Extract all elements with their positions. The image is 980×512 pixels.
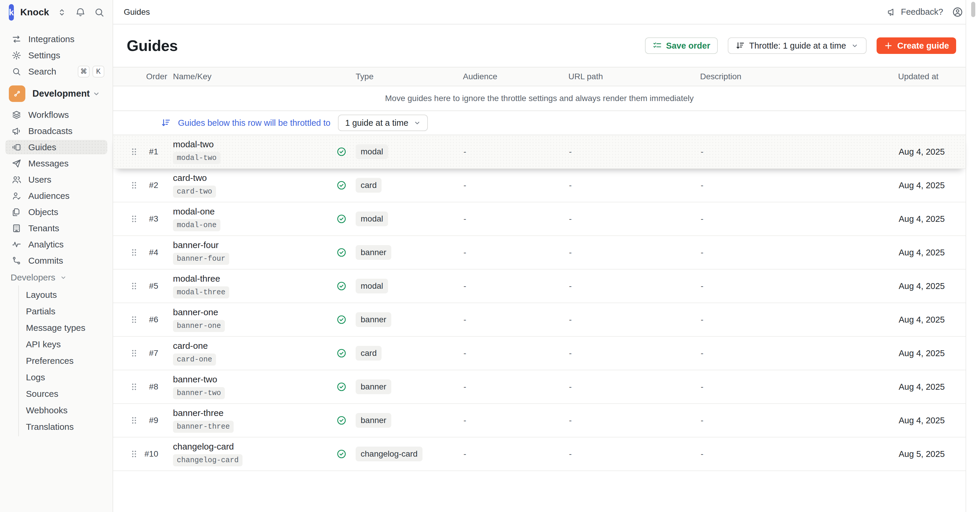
paper-plane-icon [11,157,22,169]
sidebar-item-label: Search [28,67,56,76]
ignore-throttle-dropzone[interactable]: Move guides here to ignore the throttle … [113,86,966,111]
row-status [330,415,353,426]
table-row[interactable]: #1 modal-two modal-two modal - - - Aug 4… [113,135,966,169]
sidebar-item-logs[interactable]: Logs [19,369,113,386]
table-row[interactable]: #8 banner-two banner-two banner - - - Au… [113,370,966,404]
drag-handle[interactable] [113,348,143,358]
search-icon[interactable] [94,7,105,18]
type-badge: modal [356,144,388,159]
save-order-button[interactable]: Save order [645,37,718,54]
sidebar-item-messages[interactable]: Messages [0,155,113,172]
sidebar-item-label: Guides [28,142,56,152]
status-check-icon [336,146,347,157]
sidebar-item-settings[interactable]: Settings [0,47,113,64]
throttle-dropdown-button[interactable]: Throttle: 1 guide at a time [728,37,867,54]
drag-handle[interactable] [113,382,143,392]
row-name-key: banner-three banner-three [168,408,330,433]
row-name-key: modal-three modal-three [168,273,330,299]
sidebar-item-users[interactable]: Users [0,172,113,188]
table-row[interactable]: #5 modal-three modal-three modal - - - A… [113,270,966,303]
drag-handle[interactable] [113,214,143,224]
drag-handle[interactable] [113,147,143,157]
drag-handle[interactable] [113,315,143,324]
table-row[interactable]: #7 card-one card-one card - - - Aug 4, 2… [113,337,966,370]
row-description: - [697,281,894,291]
sidebar-item-analytics[interactable]: Analytics [0,236,113,253]
row-description: - [697,315,894,324]
sidebar-item-sources[interactable]: Sources [19,386,113,402]
sidebar-item-translations[interactable]: Translations [19,418,113,435]
sidebar-item-broadcasts[interactable]: Broadcasts [0,123,113,139]
row-order: #4 [143,248,168,257]
drag-handle-icon [130,348,138,358]
table-row[interactable]: #4 banner-four banner-four banner - - - … [113,236,966,270]
column-header-type: Type [353,72,459,81]
drag-handle-icon [130,315,138,324]
sidebar-section-developers[interactable]: Developers [0,269,113,285]
drag-handle[interactable] [113,180,143,190]
activity-icon [11,239,22,250]
drag-handle-icon [130,248,138,258]
table-row[interactable]: #9 banner-three banner-three banner - - … [113,404,966,437]
sidebar-item-objects[interactable]: Objects [0,204,113,220]
sidebar-item-guides[interactable]: Guides [0,139,113,155]
sidebar-item-label: Messages [28,159,68,169]
sidebar-item-webhooks[interactable]: Webhooks [19,402,113,418]
workspace-switcher-icon[interactable] [57,7,67,17]
row-order: #7 [143,348,168,358]
page-title: Guides [127,37,178,54]
row-audience: - [459,181,565,190]
row-status [330,281,353,291]
page-header: Guides Save order Throttle: 1 guide at a… [113,24,966,67]
row-audience: - [459,348,565,358]
sidebar-item-message-types[interactable]: Message types [19,320,113,336]
status-check-icon [336,213,347,224]
guide-key-badge: banner-two [173,387,225,399]
section-label: Developers [11,272,56,283]
row-description: - [697,214,894,224]
create-guide-button[interactable]: Create guide [877,37,956,54]
drag-handle-icon [130,147,138,157]
environment-switcher[interactable]: Development [0,84,113,103]
row-name-key: banner-four banner-four [168,240,330,265]
search-shortcut: ⌘ K [78,66,104,78]
megaphone-icon [887,7,897,17]
sidebar-item-api-keys[interactable]: API keys [19,336,113,353]
drag-handle[interactable] [113,281,143,291]
drag-handle[interactable] [113,449,143,459]
row-type: modal [353,144,459,159]
throttle-select[interactable]: 1 guide at a time [338,114,428,131]
drag-handle[interactable] [113,415,143,425]
drag-handle-icon [130,214,138,224]
scrollbar-thumb[interactable] [971,2,975,17]
chevron-down-icon [413,119,422,127]
user-avatar-icon[interactable] [952,6,963,17]
chevron-down-icon [92,89,101,98]
sidebar-item-commits[interactable]: Commits [0,253,113,269]
sidebar-item-tenants[interactable]: Tenants [0,220,113,236]
drag-handle[interactable] [113,248,143,258]
row-description: - [697,147,894,156]
sidebar-item-preferences[interactable]: Preferences [19,353,113,369]
table-row[interactable]: #2 card-two card-two card - - - Aug 4, 2… [113,169,966,202]
sidebar-item-workflows[interactable]: Workflows [0,107,113,123]
table-row[interactable]: #6 banner-one banner-one banner - - - Au… [113,303,966,337]
type-badge: modal [356,211,388,226]
breadcrumb: Guides [124,7,150,17]
row-order: #2 [143,181,168,190]
scrollbar[interactable] [966,0,980,512]
chevron-down-icon [851,41,859,50]
type-badge: card [356,346,382,361]
table-row[interactable]: #3 modal-one modal-one modal - - - Aug 4… [113,202,966,236]
notifications-bell-icon[interactable] [75,7,86,18]
sidebar-item-integrations[interactable]: Integrations [0,31,113,47]
sidebar-item-audiences[interactable]: Audiences [0,188,113,204]
table-row[interactable]: #10 changelog-card changelog-card change… [113,437,966,471]
row-type: card [353,346,459,361]
sidebar: k Knock Integrations Settings [0,0,113,512]
sidebar-item-partials[interactable]: Partials [19,303,113,320]
sidebar-item-search[interactable]: Search ⌘ K [0,64,113,80]
sidebar-item-layouts[interactable]: Layouts [19,287,113,303]
row-url-path: - [565,449,697,459]
feedback-button[interactable]: Feedback? [887,7,943,17]
